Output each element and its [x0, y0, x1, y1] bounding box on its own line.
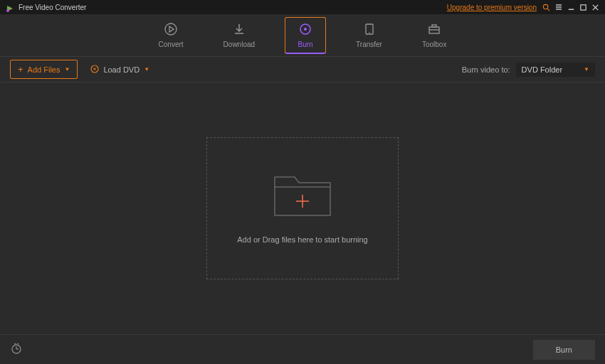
svg-line-3 [547, 9, 549, 11]
add-files-label: Add Files [28, 65, 60, 74]
main-tabs: Convert Download Burn Transfer Toolbox [0, 14, 605, 57]
window-controls [542, 3, 599, 11]
app-logo-icon [6, 3, 14, 11]
upgrade-link[interactable]: Upgrade to premium version [447, 4, 537, 11]
transfer-icon [362, 22, 377, 36]
app-title: Free Video Converter [19, 4, 447, 11]
svg-line-31 [17, 343, 19, 344]
burn-to-select[interactable]: DVD Folder ▼ [516, 63, 595, 77]
tab-label: Download [223, 41, 255, 48]
svg-point-22 [91, 65, 98, 73]
convert-icon [164, 22, 178, 36]
caret-down-icon: ▼ [144, 66, 149, 73]
toolbox-icon [427, 22, 441, 36]
tab-download[interactable]: Download [214, 18, 265, 53]
folder-plus-icon [270, 173, 335, 220]
svg-point-16 [304, 28, 307, 31]
caret-down-icon: ▼ [64, 66, 70, 73]
close-icon[interactable] [591, 4, 599, 11]
tab-toolbox[interactable]: Toolbox [412, 18, 456, 53]
svg-point-23 [94, 68, 95, 69]
search-icon[interactable] [542, 4, 550, 11]
footer: Burn [0, 334, 605, 364]
tab-convert[interactable]: Convert [149, 18, 194, 53]
caret-down-icon: ▼ [584, 66, 589, 73]
svg-point-2 [543, 4, 547, 9]
toolbar-right: Burn video to: DVD Folder ▼ [462, 63, 595, 77]
svg-rect-8 [581, 4, 586, 9]
drop-zone[interactable]: Add or Drag files here to start burning [206, 137, 399, 279]
load-dvd-label: Load DVD [103, 65, 140, 74]
plus-icon: + [18, 64, 23, 75]
svg-marker-12 [169, 26, 174, 32]
add-files-button[interactable]: + Add Files ▼ [10, 60, 78, 79]
download-icon [232, 22, 246, 36]
svg-point-11 [165, 23, 177, 35]
menu-icon[interactable] [554, 3, 563, 11]
burn-to-value: DVD Folder [522, 65, 562, 74]
svg-point-18 [369, 32, 370, 33]
toolbar: + Add Files ▼ Load DVD ▼ Burn video to: … [0, 57, 605, 82]
disc-icon [90, 65, 99, 75]
load-dvd-button[interactable]: Load DVD ▼ [90, 65, 149, 75]
tab-label: Convert [159, 41, 184, 48]
clock-icon[interactable] [10, 342, 23, 358]
svg-rect-20 [432, 25, 436, 27]
tab-burn[interactable]: Burn [285, 17, 326, 54]
drop-text: Add or Drag files here to start burning [237, 235, 367, 244]
burn-button-label: Burn [556, 346, 572, 354]
maximize-icon[interactable] [579, 4, 587, 11]
minimize-icon[interactable] [567, 4, 575, 11]
tab-label: Transfer [356, 41, 382, 48]
burn-button[interactable]: Burn [533, 340, 595, 360]
tab-label: Toolbox [422, 41, 446, 48]
svg-line-30 [14, 343, 16, 344]
tab-transfer[interactable]: Transfer [346, 18, 392, 53]
svg-point-1 [6, 9, 9, 12]
content-area: Add or Drag files here to start burning [0, 82, 605, 334]
burn-to-label: Burn video to: [462, 65, 510, 74]
burn-icon [298, 22, 312, 36]
titlebar: Free Video Converter Upgrade to premium … [0, 0, 605, 14]
tab-label: Burn [298, 41, 313, 48]
